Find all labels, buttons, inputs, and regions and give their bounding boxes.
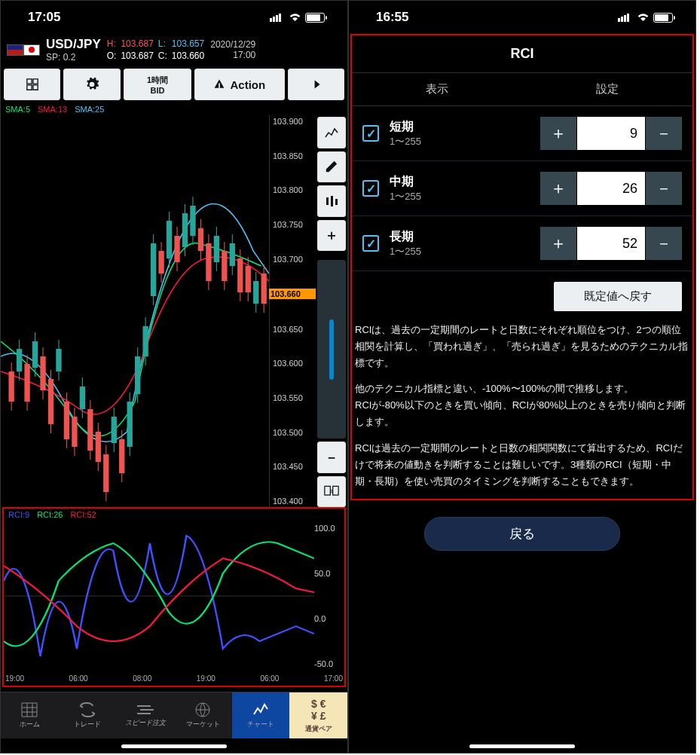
period-stepper: ＋ 26 － [540,172,682,205]
svg-rect-4 [17,349,22,371]
status-bar: 16:55 [349,1,695,34]
nav-home[interactable]: ホーム [1,692,59,738]
nav-chart[interactable]: チャート [232,692,290,738]
enable-checkbox[interactable]: ✓ [362,180,379,197]
decrement-button[interactable]: － [646,117,682,150]
period-stepper: ＋ 9 － [540,117,682,150]
svg-rect-30 [119,439,124,473]
svg-rect-48 [190,206,195,236]
status-time: 17:05 [28,10,60,25]
rci-description-2: 他のテクニカル指標と違い、-100%〜100%の間で推移します。 RCIが-80… [352,381,692,439]
period-row-0: ✓ 短期1〜255 ＋ 9 － [352,106,692,161]
svg-rect-60 [237,258,243,292]
settings-button[interactable] [63,69,120,100]
play-button[interactable] [288,69,344,100]
layout-button[interactable] [4,69,60,100]
reset-defaults-button[interactable]: 既定値へ戻す [554,282,682,311]
chart-datetime: 2020/12/2917:00 [210,39,255,60]
increment-button[interactable]: ＋ [540,172,576,205]
chart-screen: 17:05 USD/JPY SP: 0.2 H:103.687 L:103.65… [0,0,348,753]
fullscreen-button[interactable] [317,476,346,508]
decrement-button[interactable]: － [646,227,682,260]
candlestyle-button[interactable] [317,185,346,217]
period-range: 1〜255 [390,190,540,203]
home-indicator[interactable] [469,744,575,748]
home-indicator[interactable] [121,744,227,748]
period-value[interactable]: 26 [577,172,645,205]
svg-rect-54 [214,236,219,262]
nav-speed[interactable]: スピード注文 [116,692,174,738]
svg-rect-34 [135,356,140,394]
svg-rect-6 [24,364,29,402]
pair-symbol: USD/JPY [46,37,101,52]
action-button[interactable]: Action [194,69,285,100]
spread-value: 0.2 [63,52,76,63]
tab-display[interactable]: 表示 [352,73,522,105]
enable-checkbox[interactable]: ✓ [362,125,379,142]
svg-rect-16 [64,402,69,439]
svg-rect-12 [48,379,53,424]
rci-chart[interactable] [4,521,314,671]
zoom-in-button[interactable]: ＋ [317,220,346,252]
vertical-scrollbar[interactable] [317,260,346,439]
increment-button[interactable]: ＋ [540,227,576,260]
svg-rect-70 [325,487,331,496]
rci-legend: RCI:9 RCI:26 RCI:52 [4,509,344,521]
svg-rect-44 [174,236,179,262]
ohlc-panel: H:103.687 L:103.657 O:103.687 C:103.660 [107,38,204,61]
increment-button[interactable]: ＋ [540,117,576,150]
tab-config[interactable]: 設定 [522,73,692,105]
back-button[interactable]: 戻る [424,517,620,551]
price-y-axis: 103.900103.850103.800103.750103.700 103.… [269,115,316,507]
settings-tabs: 表示 設定 [352,73,692,106]
svg-rect-64 [253,281,258,304]
svg-rect-24 [96,432,101,462]
signal-icon [618,13,633,22]
svg-rect-46 [182,213,188,247]
decrement-button[interactable]: － [646,172,682,205]
nav-currency-pair[interactable]: $ €¥ £通貨ペア [289,692,347,738]
nav-trade[interactable]: トレード [59,692,117,738]
timeframe-button[interactable]: 1時間BID [124,69,191,100]
wifi-icon [289,13,301,22]
svg-rect-10 [40,356,45,390]
enable-checkbox[interactable]: ✓ [362,235,379,252]
zoom-out-button[interactable]: － [317,442,346,473]
svg-rect-56 [222,251,227,281]
status-bar: 17:05 [1,1,347,34]
period-range: 1〜255 [390,135,540,148]
svg-rect-0 [219,83,221,87]
svg-rect-71 [333,487,339,496]
svg-rect-67 [326,197,329,205]
signal-icon [270,13,285,22]
pair-flags [7,44,40,56]
rci-settings-screen: 16:55 RCI 表示 設定 ✓ 短期1〜255 ＋ 9 － ✓ 中期1〜25… [348,0,696,753]
status-time: 16:55 [376,10,408,25]
svg-rect-18 [72,417,77,447]
period-row-1: ✓ 中期1〜255 ＋ 26 － [352,161,692,216]
svg-rect-69 [335,199,338,205]
svg-rect-28 [112,417,117,443]
period-value[interactable]: 52 [577,227,645,260]
period-value[interactable]: 9 [577,117,645,150]
svg-rect-58 [230,243,235,266]
rci-y-axis: 100.050.00.0-50.0 [314,521,344,671]
draw-button[interactable] [317,151,346,183]
indicators-button[interactable] [317,117,346,148]
price-chart[interactable] [1,115,269,507]
sma-legend: SMA:5 SMA:13 SMA:25 [1,103,347,115]
svg-rect-42 [167,221,172,258]
pair-header: USD/JPY SP: 0.2 H:103.687 L:103.657 O:10… [1,34,347,66]
svg-rect-62 [246,266,251,292]
rci-description-3: RCIは過去の一定期間のレートと日数の相関関数にて算出するため、RCIだけで将来… [352,440,692,499]
svg-rect-68 [331,196,333,206]
rci-settings-panel: RCI 表示 設定 ✓ 短期1〜255 ＋ 9 － ✓ 中期1〜255 ＋ 26… [350,34,694,500]
current-price-tag: 103.660 [267,289,316,299]
period-stepper: ＋ 52 － [540,227,682,260]
period-label: 長期 [390,229,540,245]
svg-rect-38 [151,243,156,296]
nav-market[interactable]: マーケット [174,692,232,738]
svg-rect-50 [198,228,203,251]
svg-rect-36 [142,326,148,356]
battery-icon [653,13,673,23]
